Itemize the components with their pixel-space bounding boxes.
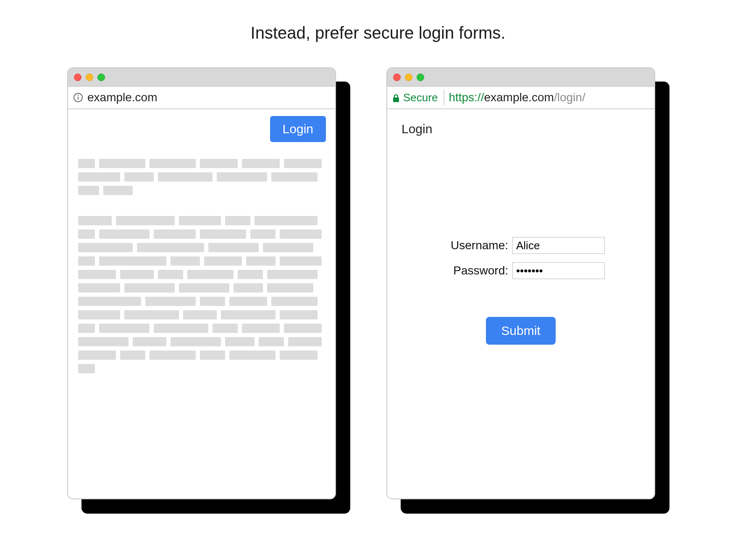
close-icon[interactable]: [393, 74, 401, 81]
address-text: example.com: [87, 91, 158, 104]
zoom-icon[interactable]: [417, 74, 424, 81]
login-form: Username: Password: Submit: [397, 237, 644, 345]
secure-label: Secure: [403, 91, 438, 104]
info-icon[interactable]: [73, 92, 83, 103]
svg-rect-3: [393, 98, 399, 102]
close-icon[interactable]: [74, 74, 81, 81]
address-bar[interactable]: Secure https://example.com/login/: [387, 87, 654, 109]
caption-text: Instead, prefer secure login forms.: [0, 24, 756, 42]
svg-point-2: [78, 95, 79, 96]
submit-button[interactable]: Submit: [486, 317, 555, 345]
username-row: Username:: [437, 237, 605, 254]
secure-window: Secure https://example.com/login/ Login …: [386, 67, 655, 499]
password-field[interactable]: [512, 262, 605, 279]
url-host: example.com: [484, 91, 554, 104]
username-label: Username:: [437, 239, 508, 252]
lock-icon: [392, 93, 400, 102]
placeholder-paragraph-1: [78, 159, 325, 195]
titlebar: [68, 68, 335, 87]
minimize-icon[interactable]: [405, 74, 412, 81]
page-content: Login Username: Password: Submit: [387, 109, 654, 498]
placeholder-paragraph-2: [78, 216, 325, 373]
zoom-icon[interactable]: [97, 74, 105, 81]
password-label: Password:: [437, 264, 508, 277]
url-scheme: https://: [449, 91, 484, 104]
secure-indicator[interactable]: Secure: [392, 90, 444, 105]
titlebar: [387, 68, 654, 87]
address-text: https://example.com/login/: [449, 91, 585, 104]
minimize-icon[interactable]: [86, 74, 93, 81]
username-field[interactable]: [512, 237, 605, 254]
page-content: Login: [68, 109, 335, 498]
address-bar[interactable]: example.com: [68, 87, 335, 109]
login-button[interactable]: Login: [270, 116, 326, 142]
windows-row: example.com Login: [67, 67, 655, 499]
page-title: Login: [397, 117, 644, 136]
password-row: Password:: [437, 262, 605, 279]
url-path: /login/: [554, 91, 585, 104]
insecure-window: example.com Login: [67, 67, 336, 499]
